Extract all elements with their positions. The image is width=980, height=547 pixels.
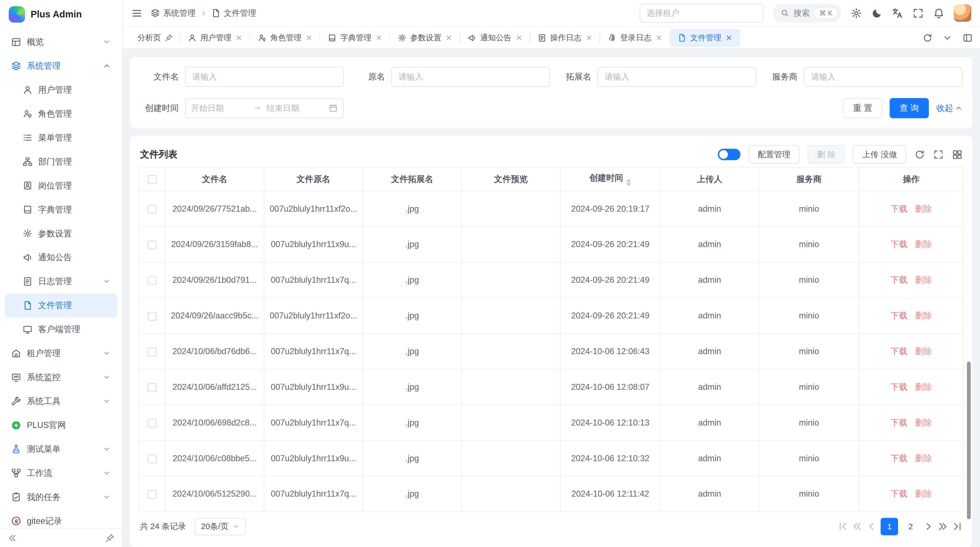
sidebar-item[interactable]: 工作流	[5, 461, 117, 485]
prev-page-button[interactable]	[866, 521, 877, 532]
filter-input[interactable]	[185, 67, 344, 87]
select-all-checkbox[interactable]	[148, 175, 156, 184]
layout-icon[interactable]	[963, 33, 973, 43]
refresh-icon[interactable]	[923, 33, 932, 43]
delete-link[interactable]: 删除	[915, 311, 932, 321]
breadcrumb-item[interactable]: 文件管理	[211, 8, 256, 19]
sidebar-item[interactable]: 系统监控	[5, 365, 117, 389]
close-icon[interactable]	[515, 34, 523, 41]
sidebar-item[interactable]: 用户管理	[5, 78, 117, 102]
tab-item[interactable]: 分析页	[130, 29, 180, 47]
chevron-down-icon[interactable]	[942, 33, 953, 43]
collapse-sidebar-button[interactable]	[8, 533, 17, 543]
bell-icon[interactable]	[933, 8, 944, 19]
download-link[interactable]: 下载	[891, 204, 908, 214]
reset-button[interactable]: 重 置	[843, 98, 882, 118]
close-icon[interactable]	[235, 34, 243, 41]
tab-item[interactable]: 字典管理	[320, 29, 390, 47]
row-checkbox[interactable]	[148, 276, 156, 285]
first-page-button[interactable]	[838, 521, 848, 532]
row-checkbox[interactable]	[148, 205, 156, 214]
delete-link[interactable]: 删除	[915, 204, 932, 214]
row-checkbox[interactable]	[148, 348, 156, 356]
app-logo[interactable]: Plus Admin	[0, 0, 122, 29]
grid-icon[interactable]	[952, 149, 963, 160]
download-link[interactable]: 下载	[891, 239, 908, 249]
sidebar-item[interactable]: 我的任务	[5, 485, 117, 509]
prev-group-button[interactable]	[852, 521, 862, 532]
filter-input[interactable]	[598, 67, 756, 87]
sidebar-item[interactable]: 概览	[5, 30, 117, 54]
hamburger-menu-icon[interactable]	[131, 8, 142, 19]
sidebar-item[interactable]: 租户管理	[5, 341, 117, 365]
sidebar-item[interactable]: 部门管理	[5, 150, 117, 174]
sidebar-item[interactable]: 参数设置	[5, 222, 117, 246]
sidebar-item[interactable]: 岗位管理	[5, 174, 117, 198]
delete-link[interactable]: 删除	[915, 275, 932, 285]
moon-icon[interactable]	[871, 8, 883, 19]
sidebar-item[interactable]: 系统工具	[5, 389, 117, 413]
tab-item[interactable]: 通知公告	[460, 29, 530, 47]
row-checkbox[interactable]	[148, 241, 156, 249]
row-checkbox[interactable]	[148, 383, 156, 392]
page-number-button[interactable]: 1	[881, 518, 898, 535]
next-page-button[interactable]	[923, 521, 934, 532]
sidebar-item[interactable]: 日志管理	[5, 270, 117, 293]
sidebar-item[interactable]: PLUS官网	[5, 413, 117, 437]
delete-link[interactable]: 删除	[915, 454, 932, 463]
next-group-button[interactable]	[937, 521, 948, 532]
row-checkbox[interactable]	[148, 455, 156, 463]
row-checkbox[interactable]	[148, 419, 156, 428]
tenant-select[interactable]	[640, 4, 764, 22]
pin-sidebar-button[interactable]	[105, 533, 115, 543]
delete-link[interactable]: 删除	[915, 489, 932, 499]
delete-link[interactable]: 删除	[915, 418, 932, 427]
sidebar-item[interactable]: 角色管理	[5, 102, 117, 126]
delete-button[interactable]: 删 除	[808, 145, 845, 164]
date-range-input[interactable]: 开始日期 结束日期	[185, 98, 344, 118]
last-page-button[interactable]	[952, 521, 963, 532]
translate-icon[interactable]	[892, 8, 903, 19]
delete-link[interactable]: 删除	[915, 382, 932, 392]
tab-item[interactable]: 文件管理	[670, 29, 740, 47]
collapse-filters-link[interactable]: 收起	[936, 102, 962, 114]
download-link[interactable]: 下载	[891, 311, 908, 321]
close-icon[interactable]	[655, 34, 663, 41]
row-checkbox[interactable]	[148, 312, 156, 321]
download-link[interactable]: 下载	[891, 346, 908, 356]
close-icon[interactable]	[585, 34, 593, 41]
sidebar-item[interactable]: 菜单管理	[5, 126, 117, 150]
tab-item[interactable]: 用户管理	[180, 29, 250, 47]
download-link[interactable]: 下载	[891, 454, 908, 463]
download-link[interactable]: 下载	[891, 275, 908, 285]
filter-input[interactable]	[804, 67, 963, 87]
upload-button[interactable]: 上传 没做	[853, 145, 906, 164]
global-search[interactable]: 搜索 ⌘ K	[773, 4, 841, 22]
row-checkbox[interactable]	[148, 490, 156, 499]
sidebar-item[interactable]: gitee记录	[5, 509, 117, 528]
refresh-icon[interactable]	[915, 149, 925, 160]
page-number-button[interactable]: 2	[902, 518, 919, 535]
sidebar-item[interactable]: 字典管理	[5, 198, 117, 222]
delete-link[interactable]: 删除	[915, 346, 932, 356]
breadcrumb-item[interactable]: 系统管理	[151, 8, 196, 19]
close-icon[interactable]	[445, 34, 453, 41]
avatar[interactable]	[954, 4, 971, 22]
sidebar-item[interactable]: 通知公告	[5, 246, 117, 270]
fullscreen-icon[interactable]	[913, 8, 924, 19]
table-scrollbar-thumb[interactable]	[967, 362, 971, 519]
config-manage-button[interactable]: 配置管理	[749, 145, 800, 164]
close-icon[interactable]	[725, 34, 733, 41]
gear-icon[interactable]	[851, 8, 862, 19]
tab-item[interactable]: 参数设置	[390, 29, 460, 47]
sidebar-item[interactable]: 测试菜单	[5, 437, 117, 461]
fullscreen-icon[interactable]	[933, 149, 944, 160]
sidebar-item[interactable]: 系统管理	[5, 54, 117, 78]
close-icon[interactable]	[375, 34, 383, 41]
filter-input[interactable]	[391, 67, 550, 87]
query-button[interactable]: 查 询	[889, 98, 929, 118]
tab-item[interactable]: 操作日志	[530, 29, 600, 47]
page-size-select[interactable]: 20条/页	[195, 518, 246, 535]
close-icon[interactable]	[305, 34, 313, 41]
sort-control[interactable]	[626, 179, 631, 186]
